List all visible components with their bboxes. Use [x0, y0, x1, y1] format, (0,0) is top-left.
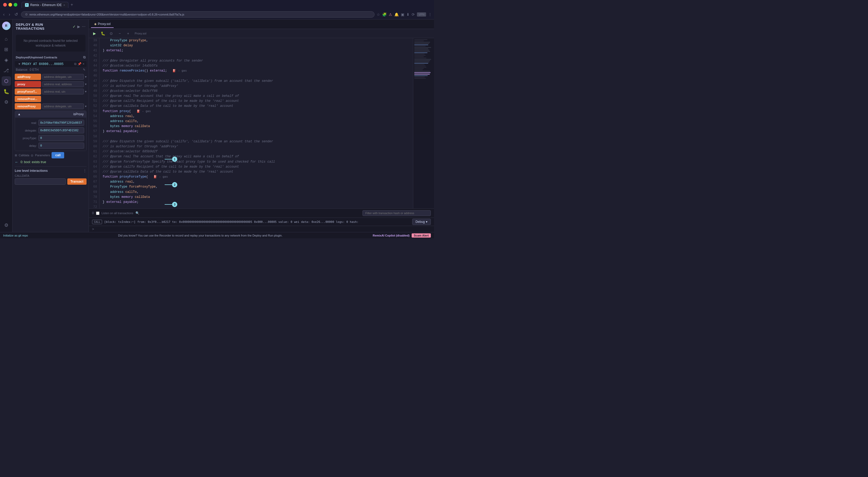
- code-line-52: /// @param callData Data of the call to …: [102, 104, 413, 109]
- isProxy-body: real: delegate: proxyType: delay:: [15, 118, 86, 151]
- user-avatar[interactable]: R: [2, 22, 10, 30]
- proxy-chevron[interactable]: ▾: [85, 82, 87, 86]
- code-container: 394041 424344 454647 484950 515253 54555…: [89, 38, 434, 208]
- sidebar-item-settings[interactable]: ⚙: [2, 220, 11, 230]
- contract-header[interactable]: ▼ PROXY AT 0X000...00805 ⧉ 📌 ×: [15, 61, 87, 67]
- sync-icon[interactable]: ⟳: [412, 12, 415, 17]
- sidebar-icon[interactable]: ▣: [401, 12, 404, 17]
- sidebar-item-debug[interactable]: 🐛: [2, 87, 11, 96]
- removeProxy-input[interactable]: [42, 103, 84, 109]
- zoom-out-btn[interactable]: −: [116, 30, 123, 37]
- param-proxyType-input[interactable]: [38, 135, 84, 141]
- fn-row-removeProxy: removeProxy ▾: [15, 103, 87, 110]
- console-search-icon[interactable]: 🔍: [135, 211, 140, 215]
- fn-row-addProxy: addProxy ▾: [15, 74, 87, 80]
- call-btn[interactable]: call: [52, 152, 64, 158]
- nav-forward-btn[interactable]: ›: [8, 11, 11, 18]
- sidebar-item-search[interactable]: ⊞: [2, 45, 11, 54]
- console-input[interactable]: [96, 227, 431, 231]
- zoom-in-btn[interactable]: +: [125, 30, 131, 37]
- code-line-58: [102, 134, 413, 139]
- scam-alert-badge[interactable]: Scam Alert: [412, 233, 431, 238]
- git-status[interactable]: Initialize as git repo: [3, 234, 28, 237]
- new-tab-btn[interactable]: +: [70, 2, 73, 7]
- sidebar-item-home[interactable]: ⌂: [2, 34, 11, 44]
- browser-tab[interactable]: R Remix - Ethereum IDE ×: [22, 2, 68, 8]
- close-traffic-light[interactable]: [3, 3, 7, 7]
- toggle-btn[interactable]: ⊙: [108, 30, 115, 37]
- code-tab-label: Proxy.sol: [98, 22, 111, 26]
- debug-tool-btn[interactable]: 🐛: [99, 30, 106, 37]
- console-toolbar: 0 Listen on all transactions 🔍: [89, 209, 434, 218]
- proxyForceT-input[interactable]: [42, 89, 84, 94]
- removeProxy-chevron[interactable]: ▾: [85, 105, 87, 108]
- sidebar-item-solidity[interactable]: ◈: [2, 55, 11, 65]
- menu-icon[interactable]: ⋮: [428, 12, 432, 17]
- sidebar-item-git[interactable]: ⎇: [2, 66, 11, 75]
- console-prompt: >: [92, 227, 94, 231]
- code-line-43: /// @dev Unregister all proxy accounts f…: [102, 58, 413, 63]
- proxy-btn[interactable]: proxy: [15, 81, 41, 87]
- ai-copilot-status[interactable]: RemixAI Copilot (disabled): [373, 234, 409, 237]
- listen-checkbox[interactable]: [96, 212, 99, 215]
- param-delegate-input[interactable]: [38, 127, 84, 133]
- contract-close-icon[interactable]: ×: [83, 62, 85, 66]
- contract-chevron[interactable]: ▼: [18, 62, 21, 65]
- code-line-67: address real,: [102, 179, 413, 184]
- bookmark-icon[interactable]: ☆: [377, 12, 380, 17]
- copy-contracts-icon[interactable]: ⧉: [83, 55, 86, 59]
- panel-title: DEPLOY & RUN TRANSACTIONS: [16, 23, 44, 31]
- code-line-66: function proxyForceType( ⛽ - gas: [102, 174, 413, 179]
- addProxy-chevron[interactable]: ▾: [85, 75, 87, 79]
- alert-icon[interactable]: ⚠: [389, 12, 392, 17]
- code-line-46: [102, 73, 413, 79]
- code-line-70: bytes memory callData: [102, 195, 413, 200]
- removeProxi-btn[interactable]: removeProxi...: [15, 96, 41, 102]
- minimize-traffic-light[interactable]: [8, 3, 12, 7]
- lowlevel-more-icon[interactable]: ⋮: [83, 169, 87, 173]
- addProxy-input[interactable]: [42, 74, 84, 80]
- debug-log-btn[interactable]: Debug ▾: [412, 219, 431, 225]
- more-icon[interactable]: ⋯: [82, 25, 86, 29]
- calldata-input[interactable]: [15, 178, 66, 185]
- contract-pin-icon[interactable]: 📌: [78, 62, 82, 66]
- transact-btn[interactable]: Transact: [67, 178, 87, 185]
- tab-close-btn[interactable]: ×: [63, 3, 65, 7]
- param-delay-input[interactable]: [38, 143, 84, 149]
- code-line-56: bytes memory callData: [102, 124, 413, 129]
- check-icon[interactable]: ✓: [72, 25, 76, 29]
- sidebar-item-plugins[interactable]: ⚙: [2, 97, 11, 107]
- proxy-input[interactable]: [42, 81, 84, 87]
- code-line-71: } external payable;: [102, 200, 413, 205]
- removeProxy-btn[interactable]: removeProxy: [15, 103, 41, 110]
- download-icon[interactable]: ⬇: [406, 12, 409, 17]
- code-line-65: /// @param callData Data of the call to …: [102, 170, 413, 174]
- isProxy-chevron: ▲: [18, 112, 21, 116]
- code-tabs: ◈ Proxy.sol: [89, 20, 434, 29]
- run-btn[interactable]: ▶: [91, 30, 98, 37]
- isProxy-header[interactable]: ▲ isProxy: [15, 111, 86, 118]
- sidebar-item-deploy[interactable]: ⬡: [2, 76, 11, 86]
- nav-refresh-btn[interactable]: ↺: [13, 11, 19, 18]
- log-text: [block: txIndex:~] from: 0x3f0...b0217 t…: [104, 220, 412, 223]
- isProxy-section: ▲ isProxy real: delegate: proxyType: del…: [15, 111, 87, 151]
- nav-back-btn[interactable]: ‹: [2, 11, 5, 18]
- address-bar-field[interactable]: ⚙ remix.ethereum.org/#lang=en&optimize=f…: [21, 11, 375, 18]
- extensions-icon[interactable]: 🧩: [382, 12, 386, 17]
- proxyForceT-btn[interactable]: proxyForceT...: [15, 88, 41, 95]
- addProxy-btn[interactable]: addProxy: [15, 74, 41, 80]
- parameters-icon: ◎: [31, 154, 33, 157]
- code-line-68: ProxyType forceProxyType,: [102, 184, 413, 189]
- contract-name: PROXY AT 0X000...00805: [22, 62, 73, 66]
- param-delay: delay:: [17, 143, 84, 149]
- editor-scroll[interactable]: 394041 424344 454647 484950 515253 54555…: [89, 38, 413, 208]
- proxyForceT-chevron[interactable]: ▾: [85, 90, 87, 93]
- notifications-icon[interactable]: 🔔: [394, 12, 399, 17]
- fullscreen-traffic-light[interactable]: [14, 3, 18, 7]
- param-real-input[interactable]: [38, 120, 84, 126]
- code-tab-proxy[interactable]: ◈ Proxy.sol: [91, 21, 114, 28]
- console-filter-input[interactable]: [363, 210, 431, 216]
- play-icon[interactable]: ▶: [77, 25, 80, 29]
- edit-balance-icon[interactable]: ✎: [83, 68, 86, 71]
- contract-copy-icon[interactable]: ⧉: [74, 62, 76, 66]
